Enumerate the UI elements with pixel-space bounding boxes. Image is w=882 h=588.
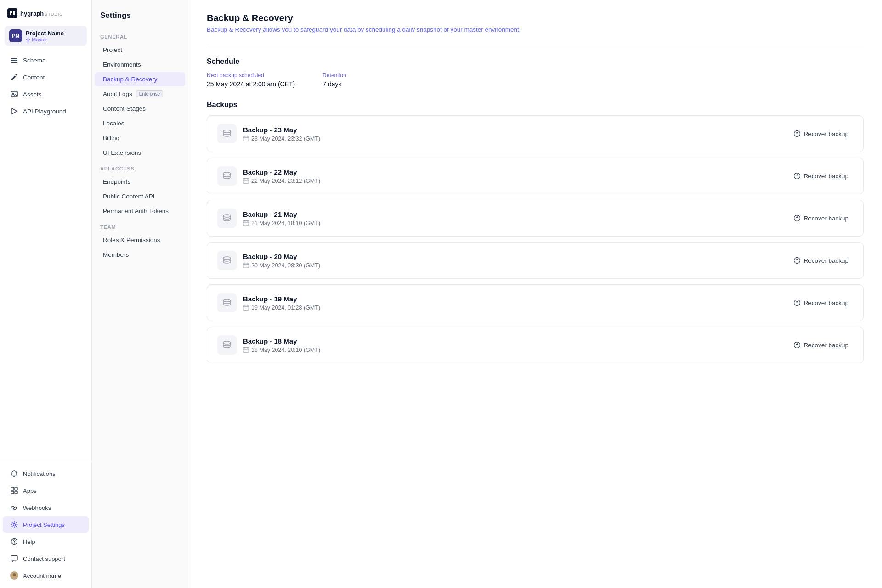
sidebar-item-project-settings[interactable]: Project Settings (3, 516, 89, 533)
sidebar-item-api-playground-label: API Playground (23, 108, 66, 115)
backup-name: Backup - 20 May (243, 253, 782, 260)
database-icon (222, 171, 232, 181)
next-backup-label: Next backup scheduled (207, 72, 295, 79)
next-backup-value: 25 May 2024 at 2:00 am (CET) (207, 80, 295, 88)
settings-item-environments[interactable]: Environments (95, 57, 185, 72)
chat-icon (10, 554, 18, 563)
sidebar-item-help[interactable]: Help (3, 533, 89, 550)
sidebar-item-account[interactable]: Account name (3, 567, 89, 584)
settings-item-ui-extensions[interactable]: UI Extensions (95, 146, 185, 160)
settings-item-members[interactable]: Members (95, 248, 185, 262)
settings-item-roles-permissions[interactable]: Roles & Permissions (95, 233, 185, 247)
recover-icon (793, 341, 801, 349)
sidebar-item-apps[interactable]: Apps (3, 482, 89, 499)
settings-item-project[interactable]: Project (95, 43, 185, 57)
settings-item-audit-logs[interactable]: Audit Logs Enterprise (95, 87, 185, 101)
backup-card-backup-18-may: Backup - 18 May 18 May 2024, 20:10 (GMT)… (207, 327, 864, 363)
svg-point-22 (794, 173, 800, 179)
settings-item-locales[interactable]: Locales (95, 116, 185, 130)
calendar-icon (243, 262, 249, 268)
svg-rect-24 (243, 221, 249, 226)
backup-name: Backup - 23 May (243, 126, 782, 134)
backup-name: Backup - 19 May (243, 295, 782, 303)
backups-list: Backup - 23 May 23 May 2024, 23:32 (GMT)… (207, 115, 864, 363)
backup-date-text: 20 May 2024, 08:30 (GMT) (251, 262, 320, 269)
svg-rect-0 (7, 8, 17, 18)
svg-rect-3 (11, 62, 17, 63)
sidebar-item-content-label: Content (23, 74, 45, 81)
backup-info: Backup - 23 May 23 May 2024, 23:32 (GMT) (243, 126, 782, 142)
image-icon (10, 90, 18, 98)
recover-icon (793, 257, 801, 264)
svg-marker-6 (12, 108, 17, 114)
backup-info: Backup - 22 May 22 May 2024, 23:12 (GMT) (243, 168, 782, 184)
svg-point-25 (794, 215, 800, 221)
sidebar-item-schema[interactable]: Schema (3, 52, 89, 68)
svg-rect-27 (243, 263, 249, 268)
recover-backup-label: Recover backup (803, 257, 848, 264)
sidebar-item-help-label: Help (23, 538, 35, 545)
sidebar-item-contact-support[interactable]: Contact support (3, 550, 89, 567)
calendar-icon (243, 136, 249, 141)
question-icon (10, 537, 18, 546)
backups-section-title: Backups (207, 101, 864, 109)
page-divider (207, 46, 864, 46)
calendar-icon (243, 178, 249, 184)
logo-brand: hygraph (20, 10, 44, 17)
link-icon (10, 503, 18, 512)
logo-studio: STUDIO (45, 12, 63, 17)
backup-info: Backup - 18 May 18 May 2024, 20:10 (GMT) (243, 337, 782, 353)
sidebar-item-assets[interactable]: Assets (3, 86, 89, 102)
edit-icon (10, 73, 18, 81)
settings-item-permanent-auth-tokens[interactable]: Permanent Auth Tokens (95, 204, 185, 218)
recover-backup-button[interactable]: Recover backup (789, 339, 853, 351)
svg-point-13 (14, 543, 15, 544)
sidebar-item-api-playground[interactable]: API Playground (3, 103, 89, 119)
recover-icon (793, 299, 801, 306)
backup-icon-wrap (217, 166, 237, 186)
backup-card-backup-23-may: Backup - 23 May 23 May 2024, 23:32 (GMT)… (207, 115, 864, 152)
sidebar-item-notifications-label: Notifications (23, 470, 56, 477)
svg-point-5 (12, 93, 14, 94)
settings-item-endpoints[interactable]: Endpoints (95, 175, 185, 189)
backup-date-text: 21 May 2024, 18:10 (GMT) (251, 220, 320, 226)
recover-backup-button[interactable]: Recover backup (789, 170, 853, 182)
backups-section: Backups Backup - 23 May 23 May 2024, 23:… (207, 101, 864, 363)
gear-icon (10, 520, 18, 529)
svg-rect-10 (15, 491, 17, 494)
recover-backup-button[interactable]: Recover backup (789, 296, 853, 309)
backup-card-backup-19-may: Backup - 19 May 19 May 2024, 01:28 (GMT)… (207, 284, 864, 321)
sidebar-item-account-label: Account name (23, 572, 61, 579)
backup-date: 20 May 2024, 08:30 (GMT) (243, 262, 782, 269)
settings-item-content-stages[interactable]: Content Stages (95, 102, 185, 116)
sidebar-item-notifications[interactable]: Notifications (3, 465, 89, 482)
calendar-icon (243, 347, 249, 353)
calendar-icon (243, 220, 249, 226)
svg-rect-2 (11, 60, 17, 61)
svg-point-32 (223, 341, 231, 344)
sidebar-item-webhooks[interactable]: Webhooks (3, 499, 89, 516)
recover-backup-button[interactable]: Recover backup (789, 127, 853, 140)
backup-date-text: 19 May 2024, 01:28 (GMT) (251, 305, 320, 311)
recover-backup-button[interactable]: Recover backup (789, 254, 853, 267)
account-avatar (10, 571, 18, 581)
sidebar-item-content[interactable]: Content (3, 69, 89, 85)
backup-icon-wrap (217, 293, 237, 312)
sidebar-item-contact-support-label: Contact support (23, 555, 65, 562)
retention-col: Retention 7 days (322, 72, 346, 88)
settings-item-public-content-api[interactable]: Public Content API (95, 189, 185, 204)
schedule-section-title: Schedule (207, 57, 864, 66)
settings-item-audit-logs-label: Audit Logs (103, 90, 132, 97)
recover-backup-button[interactable]: Recover backup (789, 212, 853, 225)
page-title: Backup & Recovery (207, 13, 864, 23)
project-info[interactable]: PN Project Name Master (5, 26, 87, 46)
backup-name: Backup - 22 May (243, 168, 782, 176)
settings-item-billing[interactable]: Billing (95, 131, 185, 145)
svg-point-34 (794, 342, 800, 348)
page-subtitle: Backup & Recovery allows you to safeguar… (207, 26, 864, 33)
calendar-icon (243, 305, 249, 311)
database-icon (222, 129, 232, 139)
backup-date-text: 22 May 2024, 23:12 (GMT) (251, 178, 320, 184)
backup-name: Backup - 21 May (243, 210, 782, 218)
settings-item-backup-recovery[interactable]: Backup & Recovery (95, 72, 185, 86)
